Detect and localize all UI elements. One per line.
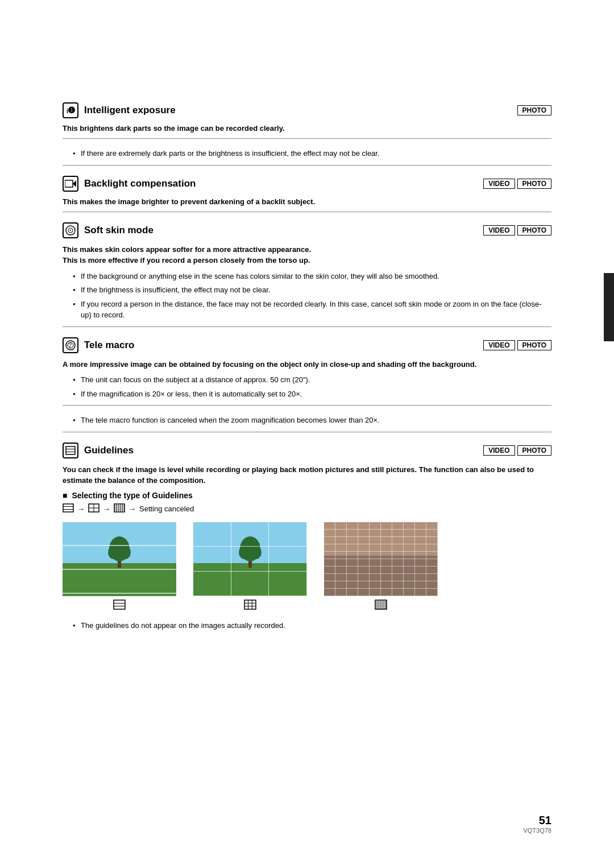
divider-4 [63, 326, 551, 327]
section-header-guidelines: Guidelines VIDEO PHOTO [63, 443, 551, 461]
soft-skin-icon [63, 222, 78, 238]
section-header-soft-skin: Soft skin mode VIDEO PHOTO [63, 222, 551, 241]
bullet-item-guidelines-final: The guidelines do not appear on the imag… [73, 620, 551, 631]
seq-icon-1 [63, 503, 74, 514]
backlight-icon [63, 176, 78, 192]
divider-5 [63, 405, 551, 406]
guidelines-images-row [63, 522, 551, 612]
intelligent-exposure-bullets: If there are extremely dark parts or the… [73, 148, 551, 159]
section-header-left-2: Backlight compensation [63, 176, 196, 192]
svg-point-26 [108, 545, 119, 559]
tele-macro-bullets: The unit can focus on the subject at a d… [73, 374, 551, 399]
image-finegrid [324, 522, 438, 596]
image-item-2 [193, 522, 307, 612]
section-header-left: i❶ Intelligent exposure [63, 102, 176, 118]
bullet-item: If you record a person in the distance, … [73, 299, 551, 321]
tele-macro-title: Tele macro [84, 340, 135, 351]
intelligent-exposure-title: Intelligent exposure [84, 105, 176, 116]
badge-photo-3: PHOTO [517, 225, 551, 235]
bullet-item: If there are extremely dark parts or the… [73, 148, 551, 159]
tele-macro-desc: A more impressive image can be obtained … [63, 359, 551, 370]
svg-marker-1 [73, 180, 76, 187]
image-icon-1 [113, 600, 126, 612]
badge-video-5: VIDEO [483, 445, 515, 456]
svg-point-4 [70, 230, 71, 231]
guidelines-desc: You can check if the image is level whil… [63, 464, 551, 486]
svg-point-34 [250, 545, 262, 559]
badge-photo-1: PHOTO [517, 105, 551, 115]
tele-macro-icon [63, 337, 78, 353]
image-item-1 [63, 522, 176, 612]
seq-icon-2 [88, 503, 99, 514]
soft-skin-title: Soft skin mode [84, 225, 154, 236]
section-tele-macro: Tele macro VIDEO PHOTO A more impressive… [63, 337, 551, 432]
bullet-item: The tele macro function is canceled when… [73, 415, 551, 426]
badge-video-4: VIDEO [483, 340, 515, 350]
setting-canceled-text: Setting canceled [139, 505, 194, 513]
guidelines-title: Guidelines [84, 445, 134, 456]
tele-macro-badges: VIDEO PHOTO [483, 340, 551, 350]
backlight-badges: VIDEO PHOTO [483, 179, 551, 189]
intelligent-exposure-desc: This brightens dark parts so the image c… [63, 124, 551, 133]
badge-photo-5: PHOTO [517, 445, 551, 456]
arrow-1: → [77, 505, 85, 513]
badge-photo-4: PHOTO [517, 340, 551, 350]
divider-1 [63, 138, 551, 139]
divider-6 [63, 432, 551, 432]
guidelines-badges: VIDEO PHOTO [483, 445, 551, 456]
section-header-tele-macro: Tele macro VIDEO PHOTO [63, 337, 551, 356]
seq-icon-3 [114, 503, 125, 514]
section-guidelines: Guidelines VIDEO PHOTO You can check if … [63, 443, 551, 631]
intelligent-exposure-icon: i❶ [63, 102, 78, 118]
svg-point-33 [239, 545, 250, 559]
svg-rect-35 [244, 600, 256, 609]
bullet-item: The unit can focus on the subject at a d… [73, 374, 551, 386]
tele-macro-extra-bullets: The tele macro function is canceled when… [73, 415, 551, 426]
bullet-item: If the background or anything else in th… [73, 271, 551, 282]
badge-photo-2: PHOTO [517, 179, 551, 189]
bullet-item: If the brightness is insufficient, the e… [73, 284, 551, 296]
divider-3 [63, 212, 551, 212]
backlight-title: Backlight compensation [84, 178, 196, 189]
soft-skin-desc: This makes skin colors appear softer for… [63, 244, 551, 266]
guidelines-icon [63, 443, 78, 458]
guideline-sequence: → → [63, 503, 551, 514]
side-tab [604, 273, 614, 341]
svg-rect-10 [63, 504, 73, 512]
guidelines-final-bullets: The guidelines do not appear on the imag… [73, 620, 551, 631]
backlight-desc: This makes the image brighter to prevent… [63, 197, 551, 206]
arrow-2: → [103, 505, 110, 513]
page-code: VQT3Q78 [523, 827, 551, 834]
selecting-type-title: Selecting the type of Guidelines [63, 491, 551, 500]
arrow-3: → [128, 505, 136, 513]
page-number-area: 51 VQT3Q78 [523, 814, 551, 834]
section-header-left-3: Soft skin mode [63, 222, 154, 238]
divider-2 [63, 165, 551, 166]
soft-skin-badges: VIDEO PHOTO [483, 225, 551, 235]
bullet-item: If the magnification is 20× or less, the… [73, 388, 551, 400]
badge-video-3: VIDEO [483, 225, 515, 235]
section-soft-skin: Soft skin mode VIDEO PHOTO This makes sk… [63, 222, 551, 327]
svg-rect-7 [66, 447, 75, 454]
section-header-left-4: Tele macro [63, 337, 135, 353]
svg-rect-0 [65, 180, 73, 187]
badge-video-2: VIDEO [483, 179, 515, 189]
section-header-backlight: Backlight compensation VIDEO PHOTO [63, 176, 551, 194]
image-icon-2 [244, 600, 256, 612]
image-grid3x3 [193, 522, 307, 596]
image-item-3 [324, 522, 438, 612]
svg-rect-28 [114, 600, 125, 609]
image-icon-3 [375, 600, 387, 612]
page: i❶ Intelligent exposure PHOTO This brigh… [0, 0, 614, 868]
section-header-intelligent-exposure: i❶ Intelligent exposure PHOTO [63, 102, 551, 121]
section-intelligent-exposure: i❶ Intelligent exposure PHOTO This brigh… [63, 102, 551, 166]
image-hlines [63, 522, 176, 596]
section-backlight-compensation: Backlight compensation VIDEO PHOTO This … [63, 176, 551, 212]
intelligent-exposure-badges: PHOTO [517, 105, 551, 115]
selecting-type-label: Selecting the type of Guidelines [72, 491, 192, 500]
svg-point-27 [119, 545, 131, 559]
soft-skin-bullets: If the background or anything else in th… [73, 271, 551, 321]
page-number: 51 [523, 814, 551, 827]
section-header-left-5: Guidelines [63, 443, 134, 458]
